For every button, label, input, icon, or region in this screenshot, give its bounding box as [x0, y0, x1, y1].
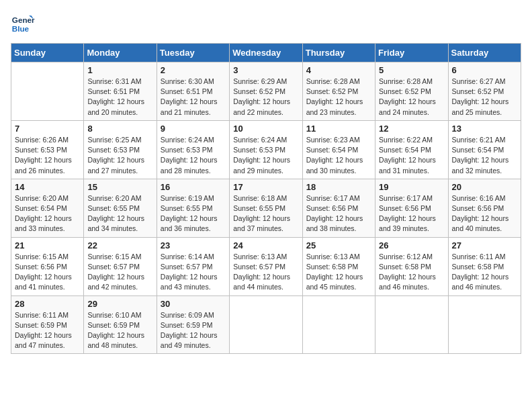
day-number: 1: [87, 65, 152, 75]
calendar-cell: 30Sunrise: 6:09 AM Sunset: 6:59 PM Dayli…: [157, 295, 229, 354]
day-number: 14: [15, 182, 80, 192]
calendar-week-row: 14Sunrise: 6:20 AM Sunset: 6:54 PM Dayli…: [11, 179, 521, 237]
calendar-cell: 15Sunrise: 6:20 AM Sunset: 6:55 PM Dayli…: [84, 179, 157, 237]
weekday-header-friday: Friday: [375, 44, 448, 62]
day-info: Sunrise: 6:29 AM Sunset: 6:52 PM Dayligh…: [233, 77, 298, 118]
calendar-cell: 25Sunrise: 6:13 AM Sunset: 6:58 PM Dayli…: [302, 237, 375, 295]
day-info: Sunrise: 6:18 AM Sunset: 6:55 PM Dayligh…: [233, 193, 298, 234]
day-number: 11: [306, 124, 371, 134]
day-number: 5: [379, 65, 444, 75]
day-number: 28: [15, 299, 80, 309]
day-number: 3: [233, 65, 298, 75]
weekday-header-wednesday: Wednesday: [230, 44, 302, 62]
calendar-week-row: 21Sunrise: 6:15 AM Sunset: 6:56 PM Dayli…: [11, 237, 521, 295]
day-info: Sunrise: 6:13 AM Sunset: 6:58 PM Dayligh…: [306, 252, 371, 293]
day-info: Sunrise: 6:27 AM Sunset: 6:52 PM Dayligh…: [452, 77, 517, 118]
day-info: Sunrise: 6:11 AM Sunset: 6:58 PM Dayligh…: [452, 252, 517, 293]
weekday-header-sunday: Sunday: [11, 44, 84, 62]
day-info: Sunrise: 6:24 AM Sunset: 6:53 PM Dayligh…: [233, 135, 298, 176]
calendar-cell: 17Sunrise: 6:18 AM Sunset: 6:55 PM Dayli…: [230, 179, 302, 237]
calendar-week-row: 28Sunrise: 6:11 AM Sunset: 6:59 PM Dayli…: [11, 295, 521, 354]
day-number: 13: [452, 124, 517, 134]
calendar-week-row: 1Sunrise: 6:31 AM Sunset: 6:51 PM Daylig…: [11, 62, 521, 121]
calendar-cell: 21Sunrise: 6:15 AM Sunset: 6:56 PM Dayli…: [11, 237, 84, 295]
svg-text:Blue: Blue: [12, 24, 30, 33]
calendar-week-row: 7Sunrise: 6:26 AM Sunset: 6:53 PM Daylig…: [11, 120, 521, 179]
calendar-cell: 22Sunrise: 6:15 AM Sunset: 6:57 PM Dayli…: [84, 237, 157, 295]
day-info: Sunrise: 6:23 AM Sunset: 6:54 PM Dayligh…: [306, 135, 371, 176]
calendar-cell: 3Sunrise: 6:29 AM Sunset: 6:52 PM Daylig…: [230, 62, 302, 121]
calendar-cell: 16Sunrise: 6:19 AM Sunset: 6:55 PM Dayli…: [157, 179, 229, 237]
day-info: Sunrise: 6:12 AM Sunset: 6:58 PM Dayligh…: [379, 252, 444, 293]
day-number: 8: [87, 124, 152, 134]
calendar-cell: 10Sunrise: 6:24 AM Sunset: 6:53 PM Dayli…: [230, 120, 302, 179]
calendar-cell: [230, 295, 302, 354]
calendar-cell: 27Sunrise: 6:11 AM Sunset: 6:58 PM Dayli…: [448, 237, 521, 295]
day-number: 22: [87, 240, 152, 250]
calendar-cell: 7Sunrise: 6:26 AM Sunset: 6:53 PM Daylig…: [11, 120, 84, 179]
day-info: Sunrise: 6:28 AM Sunset: 6:52 PM Dayligh…: [379, 77, 444, 118]
day-info: Sunrise: 6:24 AM Sunset: 6:53 PM Dayligh…: [161, 135, 226, 176]
calendar-cell: 4Sunrise: 6:28 AM Sunset: 6:52 PM Daylig…: [302, 62, 375, 121]
day-info: Sunrise: 6:30 AM Sunset: 6:51 PM Dayligh…: [161, 77, 226, 118]
day-info: Sunrise: 6:15 AM Sunset: 6:56 PM Dayligh…: [15, 252, 80, 293]
calendar-cell: 28Sunrise: 6:11 AM Sunset: 6:59 PM Dayli…: [11, 295, 84, 354]
logo-icon: General Blue: [11, 11, 35, 35]
calendar-cell: [448, 295, 521, 354]
day-number: 16: [161, 182, 226, 192]
day-number: 18: [306, 182, 371, 192]
day-info: Sunrise: 6:17 AM Sunset: 6:56 PM Dayligh…: [379, 193, 444, 234]
calendar-cell: 20Sunrise: 6:16 AM Sunset: 6:56 PM Dayli…: [448, 179, 521, 237]
calendar-cell: 26Sunrise: 6:12 AM Sunset: 6:58 PM Dayli…: [375, 237, 448, 295]
calendar-cell: 9Sunrise: 6:24 AM Sunset: 6:53 PM Daylig…: [157, 120, 229, 179]
day-info: Sunrise: 6:19 AM Sunset: 6:55 PM Dayligh…: [161, 193, 226, 234]
calendar-cell: 19Sunrise: 6:17 AM Sunset: 6:56 PM Dayli…: [375, 179, 448, 237]
weekday-header-thursday: Thursday: [302, 44, 375, 62]
day-number: 17: [233, 182, 298, 192]
calendar-cell: 12Sunrise: 6:22 AM Sunset: 6:54 PM Dayli…: [375, 120, 448, 179]
calendar-cell: [302, 295, 375, 354]
day-info: Sunrise: 6:13 AM Sunset: 6:57 PM Dayligh…: [233, 252, 298, 293]
day-info: Sunrise: 6:09 AM Sunset: 6:59 PM Dayligh…: [161, 310, 226, 351]
day-info: Sunrise: 6:28 AM Sunset: 6:52 PM Dayligh…: [306, 77, 371, 118]
weekday-header-monday: Monday: [84, 44, 157, 62]
calendar-cell: 5Sunrise: 6:28 AM Sunset: 6:52 PM Daylig…: [375, 62, 448, 121]
day-info: Sunrise: 6:17 AM Sunset: 6:56 PM Dayligh…: [306, 193, 371, 234]
day-number: 21: [15, 240, 80, 250]
calendar-cell: 2Sunrise: 6:30 AM Sunset: 6:51 PM Daylig…: [157, 62, 229, 121]
calendar-cell: 14Sunrise: 6:20 AM Sunset: 6:54 PM Dayli…: [11, 179, 84, 237]
day-number: 25: [306, 240, 371, 250]
day-number: 29: [87, 299, 152, 309]
day-info: Sunrise: 6:14 AM Sunset: 6:57 PM Dayligh…: [161, 252, 226, 293]
calendar-cell: 8Sunrise: 6:25 AM Sunset: 6:53 PM Daylig…: [84, 120, 157, 179]
day-number: 26: [379, 240, 444, 250]
day-info: Sunrise: 6:20 AM Sunset: 6:54 PM Dayligh…: [15, 193, 80, 234]
page-header: General Blue: [11, 11, 521, 35]
calendar-cell: 24Sunrise: 6:13 AM Sunset: 6:57 PM Dayli…: [230, 237, 302, 295]
weekday-header-row: SundayMondayTuesdayWednesdayThursdayFrid…: [11, 44, 521, 62]
day-number: 30: [161, 299, 226, 309]
day-number: 2: [161, 65, 226, 75]
day-number: 23: [161, 240, 226, 250]
calendar-cell: [11, 62, 84, 121]
day-info: Sunrise: 6:11 AM Sunset: 6:59 PM Dayligh…: [15, 310, 80, 351]
day-info: Sunrise: 6:16 AM Sunset: 6:56 PM Dayligh…: [452, 193, 517, 234]
day-number: 12: [379, 124, 444, 134]
weekday-header-saturday: Saturday: [448, 44, 521, 62]
calendar-cell: 18Sunrise: 6:17 AM Sunset: 6:56 PM Dayli…: [302, 179, 375, 237]
day-info: Sunrise: 6:25 AM Sunset: 6:53 PM Dayligh…: [87, 135, 152, 176]
day-number: 7: [15, 124, 80, 134]
day-number: 4: [306, 65, 371, 75]
day-number: 6: [452, 65, 517, 75]
day-info: Sunrise: 6:15 AM Sunset: 6:57 PM Dayligh…: [87, 252, 152, 293]
calendar-cell: 6Sunrise: 6:27 AM Sunset: 6:52 PM Daylig…: [448, 62, 521, 121]
day-number: 10: [233, 124, 298, 134]
calendar-cell: 11Sunrise: 6:23 AM Sunset: 6:54 PM Dayli…: [302, 120, 375, 179]
day-info: Sunrise: 6:21 AM Sunset: 6:54 PM Dayligh…: [452, 135, 517, 176]
day-number: 9: [161, 124, 226, 134]
day-number: 19: [379, 182, 444, 192]
day-info: Sunrise: 6:26 AM Sunset: 6:53 PM Dayligh…: [15, 135, 80, 176]
day-info: Sunrise: 6:20 AM Sunset: 6:55 PM Dayligh…: [87, 193, 152, 234]
day-number: 20: [452, 182, 517, 192]
calendar-cell: 13Sunrise: 6:21 AM Sunset: 6:54 PM Dayli…: [448, 120, 521, 179]
